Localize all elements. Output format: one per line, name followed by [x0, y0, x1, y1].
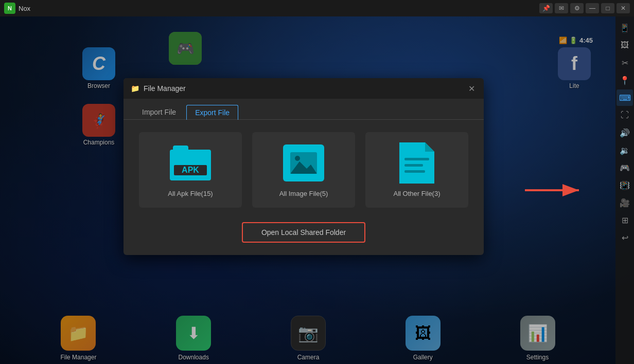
svg-rect-5: [404, 158, 429, 160]
folder-icon: 📁: [131, 84, 139, 93]
open-local-shared-folder-button[interactable]: Open Local Shared Folder: [242, 222, 365, 243]
svg-marker-4: [425, 142, 434, 152]
close-button[interactable]: ✕: [617, 3, 630, 13]
fullscreen-sidebar-icon[interactable]: ⛶: [617, 107, 633, 123]
right-sidebar: 📱 🖼 ✂ 📍 ⌨ ⛶ 🔊 🔉 🎮 📳 🎥 ⊞ ↩: [615, 16, 634, 364]
image-icon-bg: [283, 144, 324, 181]
gamepad-sidebar-icon[interactable]: 🎮: [617, 159, 633, 176]
dialog-content: APK All Apk File(15): [124, 120, 484, 255]
file-manager-dialog: 📁 File Manager ✕ Import File Export File…: [124, 78, 484, 255]
back-sidebar-icon[interactable]: ↩: [617, 229, 633, 246]
nox-logo: N: [4, 3, 15, 14]
volume-up-sidebar-icon[interactable]: 🔊: [617, 124, 633, 141]
image-icon-wrap-outer: [283, 142, 324, 184]
other-file-card[interactable]: All Other File(3): [365, 132, 468, 208]
mail-button[interactable]: ✉: [555, 3, 568, 13]
image-icon-svg: [288, 150, 319, 176]
titlebar: N Nox 📌 ✉ ⚙ — □ ✕: [0, 0, 634, 16]
dialog-header: 📁 File Manager ✕: [124, 78, 484, 99]
keyboard-sidebar-icon[interactable]: ⌨: [617, 89, 633, 106]
location-sidebar-icon[interactable]: 📍: [617, 72, 633, 88]
dialog-title-area: 📁 File Manager: [131, 84, 186, 93]
other-icon-wrap: [396, 142, 437, 184]
doc-icon-svg: [399, 142, 434, 184]
scissors-sidebar-icon[interactable]: ✂: [617, 54, 633, 71]
svg-rect-7: [404, 170, 425, 173]
dialog-close-button[interactable]: ✕: [466, 83, 477, 94]
svg-point-1: [295, 156, 300, 161]
titlebar-app-name: Nox: [19, 5, 30, 12]
titlebar-left: N Nox: [4, 3, 30, 14]
image-file-card[interactable]: All Image File(5): [252, 132, 355, 208]
volume-down-sidebar-icon[interactable]: 🔉: [617, 142, 633, 158]
apk-text: APK: [174, 165, 207, 175]
other-card-label: All Other File(3): [393, 190, 440, 197]
image-card-label: All Image File(5): [279, 190, 328, 197]
record-sidebar-icon[interactable]: 🎥: [617, 194, 633, 211]
titlebar-controls: 📌 ✉ ⚙ — □ ✕: [539, 3, 630, 13]
tab-import-file[interactable]: Import File: [134, 105, 184, 119]
dialog-tabs: Import File Export File: [124, 99, 484, 120]
maximize-button[interactable]: □: [601, 3, 614, 13]
tab-export-file[interactable]: Export File: [186, 105, 238, 120]
screenshot-sidebar-icon[interactable]: 🖼: [617, 37, 633, 53]
settings-button[interactable]: ⚙: [570, 3, 584, 13]
apk-card-label: All Apk File(15): [168, 190, 213, 197]
minimize-button[interactable]: —: [586, 3, 599, 13]
main-content: C Browser 🦸 Champions 🛍 ⚙ 🎮 f: [0, 16, 615, 364]
pin-button[interactable]: 📌: [539, 3, 553, 13]
apk-file-card[interactable]: APK All Apk File(15): [139, 132, 242, 208]
doc-icon: [399, 142, 434, 184]
apk-icon-wrap: APK: [170, 142, 211, 184]
shake-sidebar-icon[interactable]: 📳: [617, 177, 633, 193]
svg-rect-6: [404, 164, 423, 167]
dialog-title-text: File Manager: [144, 84, 186, 93]
phone-sidebar-icon[interactable]: 📱: [617, 20, 633, 36]
file-cards: APK All Apk File(15): [139, 132, 468, 208]
multi-sidebar-icon[interactable]: ⊞: [617, 212, 633, 228]
apk-folder: APK: [170, 145, 211, 180]
